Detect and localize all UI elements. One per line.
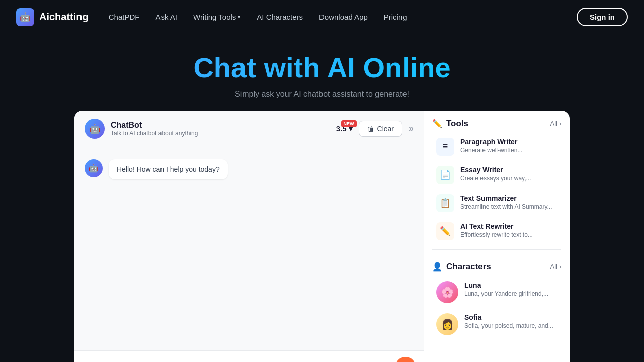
message-avatar: 🤖 bbox=[85, 159, 103, 177]
chat-header: 🤖 ChatBot Talk to AI chatbot about anyth… bbox=[74, 111, 424, 147]
nav-ai-characters[interactable]: AI Characters bbox=[257, 13, 303, 21]
nav-links: ChatPDF Ask AI Writing Tools ▾ AI Charac… bbox=[109, 13, 577, 21]
text-summarizer-icon: 📋 bbox=[436, 194, 454, 212]
tools-panel: ✏️ Tools All › ≡ Paragraph Writer Genera… bbox=[424, 111, 570, 362]
main-content: 🤖 ChatBot Talk to AI chatbot about anyth… bbox=[0, 111, 644, 362]
message-row: 🤖 Hello! How can I help you today? bbox=[85, 159, 414, 179]
version-badge-container[interactable]: 3.5 ▾ new bbox=[336, 124, 353, 133]
tool-item-paragraph-writer[interactable]: ≡ Paragraph Writer Generate well-written… bbox=[428, 133, 566, 161]
chatbot-info: ChatBot Talk to AI chatbot about anythin… bbox=[111, 121, 336, 137]
more-button[interactable]: » bbox=[409, 123, 414, 134]
new-badge: new bbox=[341, 120, 357, 127]
nav-pricing[interactable]: Pricing bbox=[384, 13, 407, 21]
paragraph-writer-icon: ≡ bbox=[436, 138, 454, 156]
tools-title: ✏️ Tools bbox=[432, 119, 468, 129]
characters-section-header: 👤 Characters All › bbox=[424, 254, 570, 276]
send-button[interactable] bbox=[395, 357, 416, 362]
luna-name: Luna bbox=[464, 281, 557, 289]
hero-title: Chat with AI Online bbox=[0, 52, 644, 83]
tools-all-chevron: › bbox=[559, 120, 561, 127]
chat-messages: 🤖 Hello! How can I help you today? bbox=[74, 147, 424, 350]
chat-input-area bbox=[74, 350, 424, 362]
paragraph-writer-desc: Generate well-written... bbox=[460, 147, 557, 154]
characters-title: 👤 Characters bbox=[432, 262, 491, 272]
hero-section: Chat with AI Online Simply ask your AI c… bbox=[0, 34, 644, 111]
character-item-sofia[interactable]: 👩 Sofia Sofia, your poised, mature, and.… bbox=[428, 308, 566, 340]
chat-header-actions: 3.5 ▾ new 🗑 Clear » bbox=[336, 121, 414, 137]
message-bubble: Hello! How can I help you today? bbox=[109, 159, 228, 179]
chatbot-avatar: 🤖 bbox=[85, 119, 105, 139]
sofia-avatar: 👩 bbox=[436, 313, 458, 335]
character-item-luna[interactable]: 🌸 Luna Luna, your Yandere girlfriend,... bbox=[428, 276, 566, 308]
nav-writing-tools[interactable]: Writing Tools ▾ bbox=[193, 13, 240, 21]
writing-tools-chevron: ▾ bbox=[238, 14, 240, 20]
essay-writer-name: Essay Writer bbox=[460, 166, 557, 174]
characters-all-link[interactable]: All › bbox=[550, 263, 561, 270]
nav-chatpdf[interactable]: ChatPDF bbox=[109, 13, 140, 21]
luna-desc: Luna, your Yandere girlfriend,... bbox=[464, 290, 557, 297]
luna-avatar: 🌸 bbox=[436, 281, 458, 303]
nav-download-app[interactable]: Download App bbox=[319, 13, 368, 21]
text-summarizer-name: Text Summarizer bbox=[460, 194, 557, 202]
text-summarizer-desc: Streamline text with AI Summary... bbox=[460, 203, 557, 210]
chatbot-desc: Talk to AI chatbot about anything bbox=[111, 130, 336, 137]
tools-all-link[interactable]: All › bbox=[550, 120, 561, 127]
brand-name: Aichatting bbox=[39, 11, 89, 23]
tool-item-text-summarizer[interactable]: 📋 Text Summarizer Streamline text with A… bbox=[428, 189, 566, 217]
tools-section-header: ✏️ Tools All › bbox=[424, 111, 570, 133]
clear-button[interactable]: 🗑 Clear bbox=[359, 121, 403, 137]
hero-subtitle: Simply ask your AI chatbot assistant to … bbox=[0, 89, 644, 99]
nav-ask-ai[interactable]: Ask AI bbox=[155, 13, 177, 21]
section-divider bbox=[432, 249, 561, 250]
ai-text-rewriter-icon: ✏️ bbox=[436, 222, 454, 240]
navbar: 🤖 Aichatting ChatPDF Ask AI Writing Tool… bbox=[0, 0, 644, 34]
essay-writer-desc: Create essays your way,... bbox=[460, 175, 557, 182]
chatbot-name: ChatBot bbox=[111, 121, 336, 130]
characters-all-chevron: › bbox=[559, 263, 561, 270]
logo[interactable]: 🤖 Aichatting bbox=[16, 8, 89, 26]
tools-icon: ✏️ bbox=[432, 119, 442, 128]
essay-writer-icon: 📄 bbox=[436, 166, 454, 184]
sofia-desc: Sofia, your poised, mature, and... bbox=[464, 322, 557, 329]
ai-text-rewriter-name: AI Text Rewriter bbox=[460, 222, 557, 230]
tool-item-ai-text-rewriter[interactable]: ✏️ AI Text Rewriter Effortlessly rewrite… bbox=[428, 217, 566, 245]
characters-icon: 👤 bbox=[432, 262, 442, 272]
sofia-name: Sofia bbox=[464, 313, 557, 321]
paragraph-writer-name: Paragraph Writer bbox=[460, 138, 557, 146]
chat-panel: 🤖 ChatBot Talk to AI chatbot about anyth… bbox=[74, 111, 424, 362]
logo-icon: 🤖 bbox=[16, 8, 34, 26]
tool-item-essay-writer[interactable]: 📄 Essay Writer Create essays your way,..… bbox=[428, 161, 566, 189]
ai-text-rewriter-desc: Effortlessly rewrite text to... bbox=[460, 231, 557, 238]
sign-in-button[interactable]: Sign in bbox=[577, 8, 628, 26]
message-text: Hello! How can I help you today? bbox=[117, 165, 220, 173]
